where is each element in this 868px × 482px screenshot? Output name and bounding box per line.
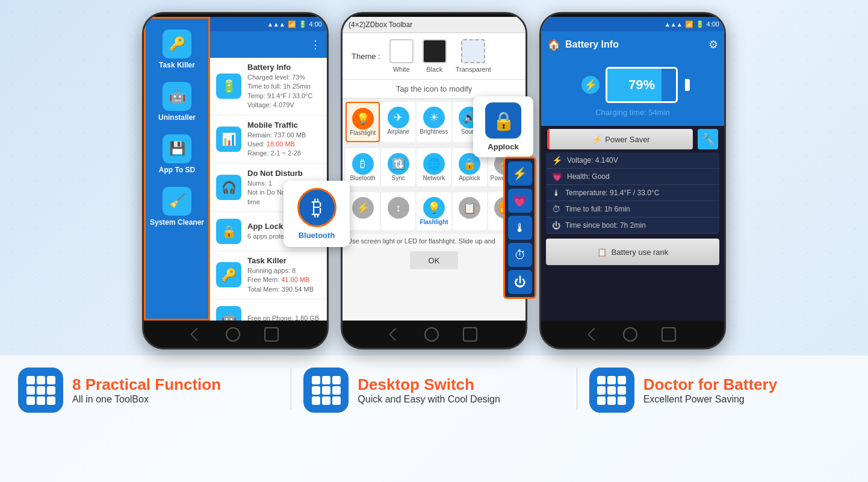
power-saver-button[interactable]: ⚡ Power Saver [547, 129, 693, 149]
fi-dot [607, 376, 616, 384]
icon-flashlight[interactable]: 💡 Flashlight [346, 102, 380, 142]
battery-percent: 79% [607, 69, 676, 101]
sidebar-item-task-killer[interactable]: 🔑 Task Killer [146, 25, 208, 74]
recents-btn[interactable] [264, 327, 279, 342]
home-btn3[interactable] [623, 327, 637, 342]
battery-use-rank-label: Battery use rank [612, 248, 669, 257]
sidebar-label-task-killer: Task Killer [159, 61, 195, 69]
battery-boot-row: ⏻ Time since boot: 7h 2min [546, 218, 719, 234]
voltage-icon: ⚡ [552, 155, 562, 165]
icon-airplane[interactable]: ✈ Airplane [381, 102, 415, 142]
back-btn3[interactable] [587, 327, 601, 341]
wrench-button[interactable]: 🔧 [698, 129, 718, 149]
feature2-text: Desktop Switch Quick and Easy with Cool … [358, 375, 500, 405]
white-swatch [389, 39, 414, 63]
robot-list-icon: 🤖 [216, 306, 241, 321]
phone3: ▲▲▲ 📶 🔋 4:00 🏠 Battery Info ⚙ [539, 12, 726, 349]
airplane-label: Airplane [387, 128, 409, 135]
icon-row3-2[interactable]: ↕ [381, 192, 415, 230]
feature2-subtitle: Quick and Easy with Cool Design [358, 394, 500, 405]
list-item-traffic[interactable]: 📊 Mobile Traffic Remain: 737.00 MBUsed: … [210, 116, 327, 164]
feature3-subtitle: Excellent Power Saving [643, 394, 777, 405]
back3-icon[interactable]: 🏠 [547, 38, 560, 51]
icon-row3-1[interactable]: ⚡ [346, 192, 380, 230]
theme-black[interactable]: Black [423, 39, 447, 73]
battery-display: ⚡ 79% Charging time: 54min [541, 58, 724, 126]
icon-bluetooth[interactable]: ₿ Bluetooth [346, 148, 380, 186]
phone2-wrapper: ▲▲▲ 📶 🔋 4:00 (4×2)ZDbox Toolbar Theme : … [341, 12, 527, 349]
power-saver-row: ⚡ Power Saver 🔧 [541, 129, 724, 149]
feature-block-3: Doctor for Battery Excellent Power Savin… [589, 368, 850, 413]
fi-dot [618, 396, 626, 405]
charge-time: Charging time: 54min [595, 108, 670, 117]
fi-dot [26, 376, 35, 384]
feature2-icon-inner [307, 371, 346, 410]
feature1-title: 8 Practical Function [72, 375, 221, 394]
temp-icon: 🌡 [552, 188, 560, 198]
theme-white[interactable]: White [389, 39, 414, 73]
battery-voltage-row: ⚡ Voltage: 4.140V [546, 152, 719, 169]
theme-transparent[interactable]: Transparent [456, 39, 491, 73]
time: 4:00 [309, 20, 322, 28]
battery-list-detail: Charged level: 73%Time to full: 1h 25min… [247, 73, 321, 110]
brightness-label: Brightness [420, 128, 448, 135]
fi-dot [597, 386, 606, 395]
power-saver-icon: ⚡ [592, 135, 602, 144]
applock-list-icon: 🔒 [216, 219, 241, 244]
battery-health-row: 💗 Health: Good [546, 169, 719, 185]
sidebar-item-system-cleaner[interactable]: 🧹 System Cleaner [146, 182, 208, 231]
recents-btn3[interactable] [662, 327, 676, 342]
timetofull-icon: ⏱ [552, 204, 560, 214]
back-btn[interactable] [190, 327, 204, 341]
fi-dot [312, 386, 320, 395]
list-item-battery[interactable]: 🔋 Battery Info Charged level: 73%Time to… [210, 58, 327, 116]
voltage-text: Voltage: 4.140V [567, 156, 618, 164]
divider-2 [577, 368, 577, 410]
taskkiller2-list-name: Task Killer [247, 256, 321, 265]
battery-body: 79% [606, 67, 678, 103]
icon-row3-4[interactable]: 📋 [453, 192, 487, 230]
fi-dot [597, 396, 606, 405]
fi-dot [332, 396, 341, 405]
phone3-wrapper: ⚡ 💗 🌡 ⏱ ⏻ ▲▲▲ 📶 🔋 4:00 🏠 Battery In [539, 12, 726, 349]
sidebar-item-uninstaller[interactable]: 🤖 Uninstaller [146, 77, 208, 127]
icon-brightness[interactable]: ☀ Brightness [417, 102, 451, 142]
traffic-list-detail: Remain: 737.00 MBUsed: 18.00 MBRange: 2-… [247, 131, 321, 158]
flashlight2-icon: 💡 [423, 197, 445, 219]
battery-use-rank-icon: 📋 [597, 248, 607, 257]
fi-dot [37, 396, 45, 405]
row3-1-icon: ⚡ [352, 197, 374, 219]
sidebar-item-app-to-sd[interactable]: 💾 App To SD [146, 130, 208, 179]
list-item-taskkiller2[interactable]: 🔑 Task Killer Running apps: 8Free Mem: 4… [210, 251, 327, 299]
recents-btn2[interactable] [463, 327, 477, 342]
theme-row: Theme : White Black Transp [343, 33, 525, 80]
home-btn2[interactable] [424, 327, 439, 342]
flashlight2-label: Flashlight [420, 219, 448, 225]
bluetooth-popup-label: Bluetooth [299, 231, 335, 240]
battery-plug-icon: ⚡ [581, 76, 600, 94]
fi-dot [37, 376, 45, 384]
sync-icon: 🔃 [388, 153, 409, 175]
applock-popup: 🔒 Applock [473, 96, 533, 157]
battery-use-rank-button[interactable]: 📋 Battery use rank [546, 239, 719, 265]
taskkiller2-list-icon: 🔑 [216, 262, 241, 287]
icon-sync[interactable]: 🔃 Sync [381, 148, 415, 186]
ok-button[interactable]: OK [410, 251, 458, 269]
home-btn[interactable] [226, 327, 240, 342]
bluetooth-popup: ₿ Bluetooth [284, 181, 350, 247]
phone3-status-bar: ▲▲▲ 📶 🔋 4:00 [541, 17, 724, 31]
icon-flashlight2[interactable]: 💡 Flashlight [417, 192, 451, 230]
icon-network[interactable]: 🌐 Network [417, 148, 451, 186]
fi-dot [597, 376, 606, 384]
settings3-icon[interactable]: ⚙ [708, 38, 718, 51]
feature1-icon [18, 368, 63, 413]
icon-grid-row3: ⚡ ↕ 💡 Flashlight [343, 189, 525, 233]
fi-dot [607, 386, 616, 395]
battery3-icon: 🔋 [696, 20, 704, 28]
list-item-robot[interactable]: 🤖 Free on Phone: 1.80 GB [210, 299, 327, 321]
feature1-subtitle: All in one ToolBox [72, 394, 221, 405]
battery-visual: 79% [606, 67, 684, 103]
menu-icon: ⋮ [310, 38, 321, 51]
back-btn2[interactable] [389, 327, 403, 341]
signal-icon: ▲▲▲ [267, 21, 285, 28]
